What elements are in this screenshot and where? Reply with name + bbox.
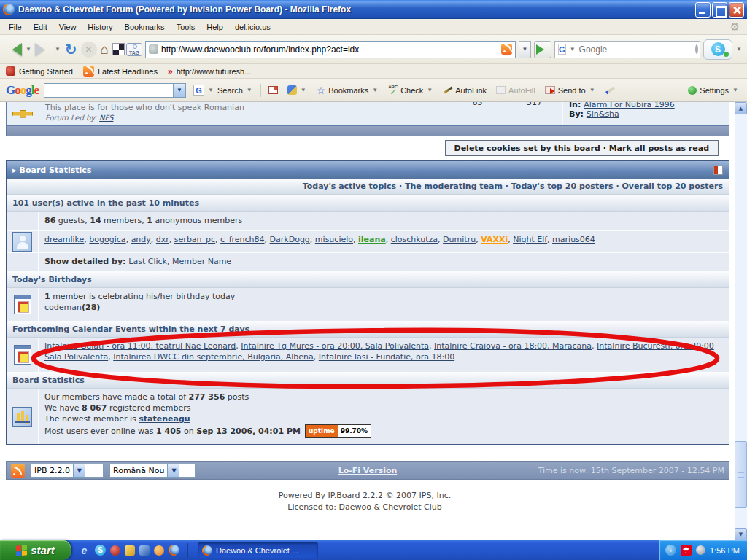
task-button-firefox[interactable]: Daewoo & Chevrolet ... [198,542,318,559]
menu-item[interactable]: Bookmarks [119,20,171,34]
bookmark-getting-started[interactable]: Getting Started [6,66,73,76]
scroll-up-button[interactable]: ▲ [735,102,747,114]
skype-button[interactable]: S [703,39,732,60]
member-link[interactable]: marius064 [552,235,595,244]
stats-link[interactable]: Today's active topics [303,182,396,191]
magnifier-icon[interactable] [695,44,698,54]
newest-member-link[interactable]: stateneagu [139,414,190,424]
event-link[interactable]: Intalnire Tg Mures - ora 20:00, Sala Pol… [241,341,429,351]
show-detailed-link[interactable]: Last Click [128,257,167,266]
stop-button[interactable]: ✕ [81,42,97,58]
gear-icon: ⚙ [730,20,744,34]
google-g-icon[interactable]: G [558,44,566,55]
bookmark-futuresh[interactable]: » http://www.futuresh... [168,66,251,77]
menu-item[interactable]: Help [201,20,229,34]
settings-button[interactable]: Settings▼ [686,85,741,96]
bookmark-latest-headlines[interactable]: Latest Headlines [83,66,158,77]
add-button[interactable]: ▼ [285,84,309,96]
member-link[interactable]: closchkutza [391,235,438,244]
lofi-version-link[interactable]: Lo-Fi Version [338,466,398,475]
home-button[interactable]: ⌂ [98,42,111,58]
window-titlebar[interactable]: Daewoo & Chevrolet Forum (Powered by Inv… [0,0,747,19]
search-box[interactable]: G ▼ [554,41,700,58]
forward-dropdown-icon[interactable]: ▼ [54,46,61,52]
member-link[interactable]: andy [131,235,151,244]
show-detailed-link[interactable]: Member Name [172,257,231,266]
tag-icon[interactable]: TAG [126,43,142,56]
url-input[interactable] [161,44,498,55]
stats-link[interactable]: Overall top 20 posters [622,182,723,191]
go-button[interactable] [534,41,551,58]
menu-item[interactable]: Tools [171,20,201,34]
event-link[interactable]: Intalnire Galati - ora 11:00, teatrul Na… [44,341,236,351]
member-link[interactable]: c_french84 [220,235,264,244]
dropdown-icon[interactable]: ▼ [173,84,185,97]
scrollbar-thumb[interactable] [735,441,747,508]
google-search-button[interactable]: G▼Search▼ [191,83,255,97]
menu-item[interactable]: File [3,20,28,34]
member-link[interactable]: serban_pc [174,235,215,244]
birthday-member-link[interactable]: codeman [44,303,82,312]
spellcheck-button[interactable]: ABC✓Check▼ [386,83,436,98]
close-button[interactable] [729,2,744,18]
stats-link[interactable]: The moderating team [405,182,503,191]
back-dropdown-icon[interactable]: ▼ [25,46,32,52]
tray-app-icon[interactable] [696,545,705,555]
skype-icon[interactable]: S [95,545,106,556]
autolink-button[interactable]: AutoLink [441,84,489,96]
event-link[interactable]: Intalnire Iasi - Fundatie, ora 18:00 [319,352,454,362]
gold-app-icon[interactable] [125,545,135,556]
member-link[interactable]: bogogica [89,235,125,244]
menu-item[interactable]: Edit [28,20,53,34]
google-search-field[interactable]: ▼ [44,83,186,98]
avira-antivirus-icon[interactable]: ☂ [681,545,692,556]
send-to-button[interactable]: Send to▼ [543,85,598,96]
google-search-input[interactable] [44,86,173,95]
last-poster-link[interactable]: Sin&sha [587,109,619,119]
member-link[interactable]: dreamlike [44,235,84,244]
skype-icon: S [711,42,725,56]
winamp-icon[interactable] [110,545,120,556]
search-input[interactable] [579,44,692,55]
internet-explorer-icon[interactable]: e [78,544,90,556]
url-dropdown-button[interactable]: ▼ [519,41,531,58]
back-button[interactable] [4,40,23,59]
vertical-scrollbar[interactable]: ▲ ▼ [735,102,747,540]
menu-item[interactable]: History [82,20,118,34]
rss-feed-icon[interactable] [501,44,512,55]
media-player-icon[interactable] [154,545,164,556]
start-button[interactable]: start [0,540,71,560]
member-link[interactable]: ileana [358,235,386,244]
minimize-button[interactable] [695,2,711,18]
tray-chevron-icon[interactable]: ‹ [665,545,676,556]
office-app-icon[interactable] [139,545,150,556]
bookmarks-button[interactable]: ☆Bookmarks▼ [314,83,382,98]
stats-link[interactable]: Today's top 20 posters [511,182,614,191]
collapse-panel-icon[interactable] [713,166,723,175]
mark-all-read-link[interactable]: Mark all posts as read [609,144,709,153]
scroll-down-button[interactable]: ▼ [735,528,747,540]
firefox-icon[interactable] [169,545,179,556]
menu-item[interactable]: del.icio.us [229,20,276,34]
url-bar[interactable] [145,41,516,58]
last-topic-link[interactable]: Alarm For Nubira 1996 [584,102,675,109]
grid-extension-icon[interactable] [112,43,125,55]
member-link[interactable]: dxr [156,235,169,244]
news-button[interactable] [266,85,280,96]
moderator-link[interactable]: NFS [99,114,113,122]
delete-cookies-link[interactable]: Delete cookies set by this board [454,144,600,153]
event-link[interactable]: Intalnire Craiova - ora 18:00, Maracana [434,341,592,351]
skype-dropdown-icon[interactable]: ▼ [735,46,743,52]
event-link[interactable]: Intalnirea DWCC din septembrie, Bulgaria… [113,352,314,362]
reload-button[interactable]: ↻ [63,41,80,58]
member-link[interactable]: Night Elf [513,235,547,244]
maximize-button[interactable] [712,2,727,18]
member-link[interactable]: misucielo [315,235,353,244]
forward-button[interactable] [34,40,53,59]
highlighter-button[interactable] [603,84,617,96]
search-engine-dropdown-icon[interactable]: ▼ [569,46,576,52]
member-link[interactable]: Dumitru [443,235,476,244]
menu-item[interactable]: View [53,20,82,34]
member-link[interactable]: DarkDogg [270,235,310,244]
member-link[interactable]: VAXXi [481,235,508,244]
